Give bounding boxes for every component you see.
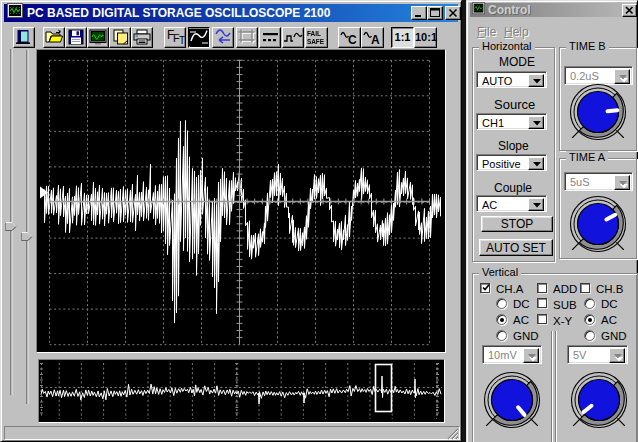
- svg-text:A: A: [371, 33, 380, 47]
- svg-text:C: C: [348, 33, 357, 47]
